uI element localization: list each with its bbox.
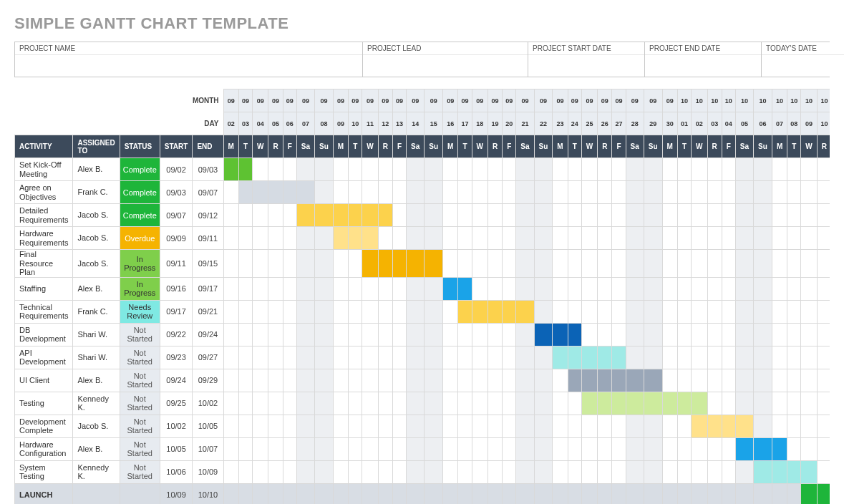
task-activity[interactable]: DB Development xyxy=(15,323,73,346)
task-end[interactable]: 10/07 xyxy=(193,437,223,460)
task-start[interactable]: 10/02 xyxy=(160,415,193,437)
task-start[interactable]: 09/22 xyxy=(160,323,193,346)
task-activity[interactable]: UI Client xyxy=(15,369,73,392)
task-end[interactable]: 10/02 xyxy=(193,392,223,415)
task-end[interactable]: 09/12 xyxy=(193,204,223,227)
task-assigned[interactable]: Jacob S. xyxy=(73,204,120,227)
task-assigned[interactable]: Jacob S. xyxy=(73,227,120,250)
task-activity[interactable]: Detailed Requirements xyxy=(15,204,73,227)
task-status[interactable]: Not Started xyxy=(120,323,160,346)
project-lead-input[interactable] xyxy=(363,55,528,77)
task-end[interactable]: 10/05 xyxy=(193,415,223,437)
task-status[interactable]: Overdue xyxy=(120,227,160,250)
task-assigned[interactable]: Alex B. xyxy=(73,158,120,181)
gantt-cell xyxy=(626,415,644,437)
task-activity[interactable]: Development Complete xyxy=(15,415,73,437)
task-end[interactable]: 10/09 xyxy=(193,460,223,483)
task-start[interactable]: 09/23 xyxy=(160,346,193,369)
task-status[interactable]: Not Started xyxy=(120,369,160,392)
task-status[interactable]: Needs Review xyxy=(120,300,160,323)
gantt-cell xyxy=(692,415,707,437)
task-start[interactable]: 09/17 xyxy=(160,300,193,323)
task-status[interactable]: Not Started xyxy=(120,460,160,483)
task-assigned[interactable]: Alex B. xyxy=(73,437,120,460)
task-status[interactable]: Not Started xyxy=(120,392,160,415)
gantt-cell xyxy=(503,181,516,204)
task-assigned[interactable]: Kennedy K. xyxy=(73,460,120,483)
today-date-input[interactable] xyxy=(762,55,844,77)
task-status[interactable]: In Progress xyxy=(120,250,160,278)
gantt-cell xyxy=(817,300,830,323)
task-assigned[interactable]: Frank C. xyxy=(73,300,120,323)
task-end[interactable]: 09/17 xyxy=(193,277,223,300)
task-start[interactable]: 09/07 xyxy=(160,204,193,227)
task-activity[interactable]: Testing xyxy=(15,392,73,415)
task-status[interactable] xyxy=(120,483,160,504)
task-start[interactable]: 09/24 xyxy=(160,369,193,392)
task-start[interactable]: 10/09 xyxy=(160,483,193,504)
task-assigned[interactable]: Frank C. xyxy=(73,181,120,204)
gantt-cell xyxy=(581,204,597,227)
gantt-cell xyxy=(754,227,772,250)
task-start[interactable]: 09/25 xyxy=(160,392,193,415)
task-assigned[interactable]: Jacob S. xyxy=(73,250,120,278)
task-start[interactable]: 10/05 xyxy=(160,437,193,460)
task-activity[interactable]: System Testing xyxy=(15,460,73,483)
task-end[interactable]: 10/10 xyxy=(193,483,223,504)
gantt-cell xyxy=(772,158,787,181)
task-start[interactable]: 10/06 xyxy=(160,460,193,483)
task-activity[interactable]: Hardware Configuration xyxy=(15,437,73,460)
task-activity[interactable]: Hardware Requirements xyxy=(15,227,73,250)
task-status[interactable]: Not Started xyxy=(120,346,160,369)
task-assigned[interactable] xyxy=(73,483,120,504)
gantt-cell xyxy=(349,204,362,227)
task-assigned[interactable]: Kennedy K. xyxy=(73,392,120,415)
task-status[interactable]: Not Started xyxy=(120,415,160,437)
gantt-cell xyxy=(516,277,534,300)
task-activity[interactable]: API Development xyxy=(15,346,73,369)
task-assigned[interactable]: Shari W. xyxy=(73,346,120,369)
task-end[interactable]: 09/21 xyxy=(193,300,223,323)
gantt-cell xyxy=(662,460,677,483)
gantt-cell xyxy=(662,346,677,369)
month-label: MONTH xyxy=(193,89,223,112)
task-assigned[interactable]: Alex B. xyxy=(73,369,120,392)
task-assigned[interactable]: Alex B. xyxy=(73,277,120,300)
task-status[interactable]: In Progress xyxy=(120,277,160,300)
task-end[interactable]: 09/11 xyxy=(193,227,223,250)
cal-day: 30 xyxy=(662,112,677,135)
task-activity[interactable]: Staffing xyxy=(15,277,73,300)
task-end[interactable]: 09/29 xyxy=(193,369,223,392)
task-activity[interactable]: Set Kick-Off Meeting xyxy=(15,158,73,181)
task-start[interactable]: 09/02 xyxy=(160,158,193,181)
gantt-cell xyxy=(315,250,334,278)
gantt-cell xyxy=(472,392,488,415)
task-end[interactable]: 09/03 xyxy=(193,158,223,181)
task-activity[interactable]: Agree on Objectives xyxy=(15,181,73,204)
task-end[interactable]: 09/27 xyxy=(193,346,223,369)
gantt-cell xyxy=(223,437,238,460)
task-status[interactable]: Complete xyxy=(120,158,160,181)
task-activity[interactable]: Technical Requirements xyxy=(15,300,73,323)
task-activity[interactable]: Final Resource Plan xyxy=(15,250,73,278)
task-status[interactable]: Complete xyxy=(120,181,160,204)
end-date-input[interactable] xyxy=(645,55,761,77)
task-start[interactable]: 09/09 xyxy=(160,227,193,250)
task-row: Final Resource PlanJacob S.In Progress09… xyxy=(15,250,830,278)
start-date-input[interactable] xyxy=(528,55,644,77)
gantt-cell xyxy=(612,227,626,250)
col-dow: F xyxy=(722,135,735,158)
task-assigned[interactable]: Shari W. xyxy=(73,323,120,346)
task-start[interactable]: 09/11 xyxy=(160,250,193,278)
task-end[interactable]: 09/24 xyxy=(193,323,223,346)
task-status[interactable]: Complete xyxy=(120,204,160,227)
task-assigned[interactable]: Jacob S. xyxy=(73,415,120,437)
project-name-input[interactable] xyxy=(15,55,362,77)
task-status[interactable]: Not Started xyxy=(120,437,160,460)
task-start[interactable]: 09/16 xyxy=(160,277,193,300)
task-activity[interactable]: LAUNCH xyxy=(15,483,73,504)
task-start[interactable]: 09/03 xyxy=(160,181,193,204)
task-end[interactable]: 09/15 xyxy=(193,250,223,278)
gantt-cell xyxy=(787,227,801,250)
task-end[interactable]: 09/07 xyxy=(193,181,223,204)
